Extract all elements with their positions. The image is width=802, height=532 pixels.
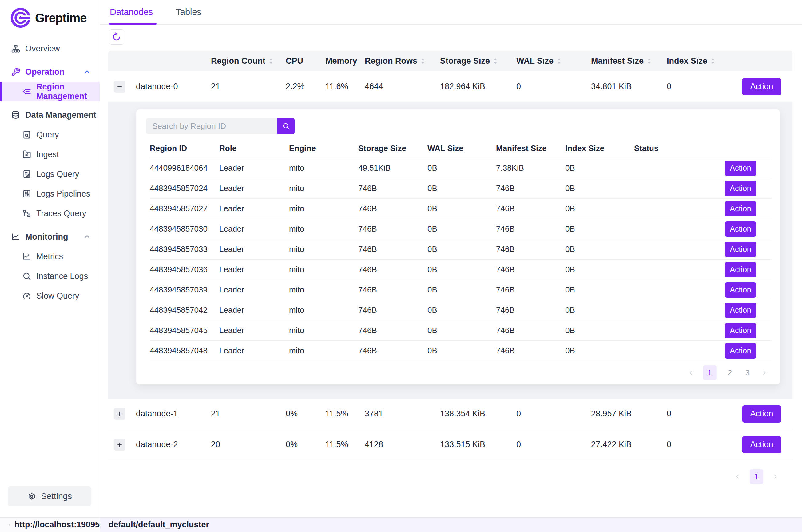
region-action-button[interactable]: Action <box>725 181 757 196</box>
brand-name: Greptime <box>35 11 87 25</box>
region-action-button[interactable]: Action <box>725 242 757 257</box>
sidebar-item-metrics[interactable]: Metrics <box>0 247 100 266</box>
pagination-page-2[interactable]: 2 <box>725 368 734 378</box>
chart-line-icon <box>11 232 20 241</box>
region-row: 4483945857048 Leader mito 746B 0B 746B 0… <box>150 341 772 361</box>
cell-region-rows: 4644 <box>365 82 440 91</box>
column-header-region-rows: Region Rows <box>365 56 417 66</box>
cell-wal-size: 0 <box>516 82 591 91</box>
regions-table: Region ID Role Engine Storage Size WAL S… <box>150 139 772 361</box>
region-action-button[interactable]: Action <box>725 222 757 237</box>
action-button[interactable]: Action <box>742 78 781 95</box>
pagination-next-icon[interactable] <box>772 473 779 480</box>
chevron-up-icon <box>83 233 91 241</box>
sidebar-item-label: Operation <box>25 67 64 77</box>
region-action-button[interactable]: Action <box>725 303 757 318</box>
sidebar-item-ingest[interactable]: Ingest <box>0 145 100 164</box>
sort-icon[interactable] <box>268 57 273 65</box>
pagination-next-icon[interactable] <box>761 369 767 376</box>
pagination-prev-icon[interactable] <box>734 473 741 480</box>
sidebar-item-logs-query[interactable]: Logs Query <box>0 164 100 184</box>
sidebar-item-instance-logs[interactable]: Instance Logs <box>0 266 100 286</box>
cell-storage: 746B <box>358 245 427 254</box>
pagination-prev-icon[interactable] <box>688 369 694 376</box>
sidebar-group-data-management[interactable]: Data Management <box>0 105 100 125</box>
sort-icon[interactable] <box>557 57 561 65</box>
cell-engine: mito <box>289 245 358 254</box>
sort-icon[interactable] <box>493 57 498 65</box>
sidebar-group-monitoring[interactable]: Monitoring <box>0 227 100 247</box>
cell-role: Leader <box>219 184 289 193</box>
cell-index: 0B <box>565 224 634 234</box>
sidebar-item-overview[interactable]: Overview <box>0 39 100 58</box>
region-action-button[interactable]: Action <box>725 262 757 278</box>
cell-index: 0B <box>565 184 634 193</box>
table-row-datanode-2: datanode-2 20 0% 11.5% 4128 133.515 KiB … <box>108 429 793 460</box>
region-row: 4483945857027 Leader mito 746B 0B 746B 0… <box>150 199 772 219</box>
datanodes-table-header: Region Count CPU Memory Region Rows Stor… <box>108 51 793 71</box>
server-icon <box>9 520 9 530</box>
region-search-input[interactable] <box>146 118 278 134</box>
sort-icon[interactable] <box>710 57 715 65</box>
region-row: 4483945857042 Leader mito 746B 0B 746B 0… <box>150 300 772 320</box>
regions-pagination: 1 2 3 <box>146 361 772 384</box>
cell-storage: 746B <box>358 285 427 294</box>
action-button[interactable]: Action <box>742 436 781 453</box>
region-search-button[interactable] <box>278 118 294 134</box>
cell-engine: mito <box>289 346 358 356</box>
tab-tables[interactable]: Tables <box>175 0 202 24</box>
collapse-row-button[interactable] <box>114 81 126 93</box>
search-icon <box>282 122 290 130</box>
statusbar-host[interactable]: http://localhost:19095 <box>0 517 100 532</box>
toolbar <box>100 25 802 51</box>
region-action-button[interactable]: Action <box>725 282 757 298</box>
column-header-index-size: Index Size <box>565 144 634 153</box>
sidebar-item-label: Logs Query <box>36 169 79 179</box>
cell-engine: mito <box>289 326 358 335</box>
cell-index-size: 0 <box>667 440 742 449</box>
cell-region-id: 4483945857036 <box>150 265 219 274</box>
cell-manifest: 746B <box>496 326 565 335</box>
sidebar-group-operation[interactable]: Operation <box>0 62 100 82</box>
cell-role: Leader <box>219 245 289 254</box>
sort-icon[interactable] <box>420 57 425 65</box>
cell-index: 0B <box>565 163 634 173</box>
sidebar-item-label: Monitoring <box>25 232 68 242</box>
expand-row-button[interactable] <box>114 408 126 420</box>
region-action-button[interactable]: Action <box>725 343 757 359</box>
sidebar-item-traces-query[interactable]: Traces Query <box>0 204 100 223</box>
settings-button[interactable]: Settings <box>8 486 91 507</box>
statusbar-cluster-label: default/default_mycluster <box>109 520 209 530</box>
cell-region-id: 4483945857027 <box>150 204 219 213</box>
sidebar-item-label: Slow Query <box>36 291 79 301</box>
sidebar-item-query[interactable]: Query <box>0 125 100 145</box>
greptime-logo-icon <box>10 7 31 28</box>
region-search <box>146 118 772 134</box>
main-content: Datanodes Tables Region Count CPU Memory… <box>100 0 802 517</box>
region-action-button[interactable]: Action <box>725 201 757 216</box>
cell-role: Leader <box>219 326 289 335</box>
refresh-button[interactable] <box>109 29 124 44</box>
sidebar-item-logs-pipelines[interactable]: Logs Pipelines <box>0 184 100 204</box>
region-action-button[interactable]: Action <box>725 323 757 338</box>
cell-manifest: 746B <box>496 184 565 193</box>
sidebar-item-region-management[interactable]: Region Management <box>0 82 100 101</box>
pagination-page-1[interactable]: 1 <box>750 469 763 484</box>
pagination-page-1[interactable]: 1 <box>703 365 717 380</box>
sidebar-item-slow-query[interactable]: Slow Query <box>0 286 100 306</box>
pagination-page-3[interactable]: 3 <box>743 368 752 378</box>
statusbar-cluster[interactable]: default/default_mycluster <box>100 517 802 532</box>
cell-engine: mito <box>289 305 358 315</box>
cell-region-id: 4483945857030 <box>150 224 219 234</box>
cell-engine: mito <box>289 204 358 213</box>
column-header-status: Status <box>634 144 702 153</box>
sidebar-item-label: Query <box>36 130 59 139</box>
expand-row-button[interactable] <box>114 439 126 451</box>
sort-icon[interactable] <box>647 57 652 65</box>
cell-region-rows: 4128 <box>365 440 440 449</box>
region-action-button[interactable]: Action <box>725 160 757 176</box>
cell-wal: 0B <box>427 305 496 315</box>
tab-datanodes[interactable]: Datanodes <box>109 0 153 24</box>
column-header-storage-size: Storage Size <box>358 144 427 153</box>
action-button[interactable]: Action <box>742 405 781 422</box>
